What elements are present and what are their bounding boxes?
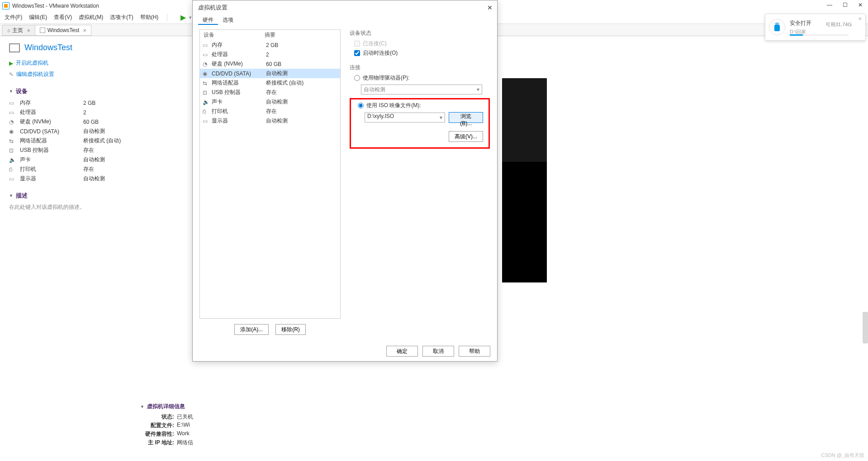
hw-icon: ⊡	[203, 89, 210, 96]
iso-path-input[interactable]: D:\xyly.ISO	[365, 113, 445, 122]
device-row[interactable]: ◔硬盘 (NVMe)60 GB	[9, 118, 131, 126]
hw-name: 内存	[212, 41, 266, 49]
maximize-button[interactable]: ☐	[842, 2, 848, 8]
vm-title: WindowsTest	[9, 43, 131, 52]
usb-free-space: 可用31.74G	[825, 21, 852, 28]
power-on-icon[interactable]: ▶	[180, 13, 186, 22]
tab-home[interactable]: ⌂ 主页 ✕	[2, 25, 35, 36]
hw-summary: 存在	[266, 89, 277, 96]
hw-summary: 60 GB	[266, 61, 281, 67]
menu-vm[interactable]: 虚拟机(M)	[79, 14, 103, 21]
hw-icon: 🔈	[203, 99, 210, 105]
device-value: 自动检测	[83, 127, 105, 135]
connect-at-poweron-checkbox[interactable]: 启动时连接(O)	[354, 49, 490, 57]
dropdown-icon[interactable]: ▼	[188, 15, 192, 20]
col-summary: 摘要	[265, 31, 275, 39]
tab-options[interactable]: 选项	[218, 15, 238, 25]
device-label: 硬盘 (NVMe)	[20, 118, 83, 126]
svg-rect-1	[774, 25, 780, 31]
minimize-button[interactable]: —	[826, 2, 833, 8]
dialog-close-button[interactable]: ✕	[487, 4, 493, 11]
hardware-row[interactable]: ▭内存2 GB	[200, 40, 340, 50]
menu-file[interactable]: 文件(F)	[5, 14, 22, 21]
edit-settings-link[interactable]: ✎ 编辑虚拟机设置	[9, 71, 131, 78]
hardware-row[interactable]: ▭显示器自动检测	[200, 116, 340, 126]
menu-help[interactable]: 帮助(H)	[140, 14, 159, 21]
menu-edit[interactable]: 编辑(E)	[29, 14, 47, 21]
play-icon: ▶	[9, 60, 13, 66]
browse-button[interactable]: 浏览(B)...	[449, 112, 483, 123]
device-config-panel: 设备状态 已连接(C) 启动时连接(O) 连接 使用物理驱动器(P): 自动检测	[350, 29, 490, 335]
advanced-button[interactable]: 高级(V)...	[449, 131, 483, 142]
device-row[interactable]: 🔈声卡自动检测	[9, 156, 131, 164]
hw-icon: ▭	[203, 118, 210, 124]
edit-settings-label: 编辑虚拟机设置	[16, 71, 54, 78]
device-label: 处理器	[20, 108, 83, 116]
vm-tab-icon	[40, 28, 45, 33]
use-physical-radio[interactable]: 使用物理驱动器(P):	[354, 74, 490, 82]
hw-name: CD/DVD (SATA)	[212, 71, 266, 77]
tab-hardware[interactable]: 硬件	[198, 15, 218, 25]
device-row[interactable]: ◉CD/DVD (SATA)自动检测	[9, 127, 131, 135]
hardware-row[interactable]: 🔈声卡自动检测	[200, 97, 340, 107]
wrench-icon: ✎	[9, 71, 14, 78]
app-icon	[2, 2, 9, 9]
device-row[interactable]: ▭内存2 GB	[9, 99, 131, 107]
vm-preview	[502, 78, 547, 282]
usb-close-button[interactable]: ✕	[858, 16, 862, 21]
device-label: CD/DVD (SATA)	[20, 128, 83, 135]
detail-row: 状态:已关机	[140, 413, 193, 421]
hardware-row[interactable]: ◔硬盘 (NVMe)60 GB	[200, 59, 340, 69]
device-label: 打印机	[20, 165, 83, 173]
device-row[interactable]: ⇆网络适配器桥接模式 (自动)	[9, 137, 131, 145]
power-on-link[interactable]: ▶ 开启此虚拟机	[9, 59, 131, 67]
devices-header[interactable]: 设备	[9, 87, 131, 95]
device-icon: ⊡	[9, 147, 17, 154]
details-header[interactable]: 虚拟机详细信息	[140, 403, 193, 410]
sidebar: WindowsTest ▶ 开启此虚拟机 ✎ 编辑虚拟机设置 设备 ▭内存2 G…	[0, 36, 140, 461]
hw-icon: ⎙	[203, 108, 210, 115]
description-header[interactable]: 描述	[9, 192, 131, 200]
use-iso-radio[interactable]: 使用 ISO 映像文件(M):	[358, 102, 483, 109]
tab-current-label: WindowsTest	[47, 27, 80, 33]
settings-dialog: 虚拟机设置 ✕ 硬件 选项 设备 摘要 ▭内存2 GB▭处理器2◔硬盘 (NVM…	[192, 0, 498, 362]
add-button[interactable]: 添加(A)...	[234, 324, 269, 335]
hardware-row[interactable]: ⊡USB 控制器存在	[200, 88, 340, 97]
device-icon: 🔈	[9, 157, 17, 163]
device-row[interactable]: ▭处理器2	[9, 108, 131, 116]
device-row[interactable]: ⎙打印机存在	[9, 165, 131, 173]
remove-button[interactable]: 移除(R)	[275, 324, 306, 335]
tab-windowstest[interactable]: WindowsTest ✕	[35, 25, 92, 36]
device-row[interactable]: ▭显示器自动检测	[9, 175, 131, 183]
hardware-row[interactable]: ⎙打印机存在	[200, 107, 340, 116]
help-button[interactable]: 帮助	[459, 346, 490, 357]
hardware-row[interactable]: ▭处理器2	[200, 50, 340, 59]
scrollbar[interactable]	[863, 312, 868, 343]
menu-tabs[interactable]: 选项卡(T)	[110, 14, 133, 21]
svg-rect-0	[775, 23, 779, 25]
watermark: CSDN @_自有天惊	[821, 452, 864, 459]
hardware-row[interactable]: ⇆网络适配器桥接模式 (自动)	[200, 78, 340, 88]
usb-drive-icon	[769, 19, 785, 35]
hw-summary: 桥接模式 (自动)	[266, 79, 304, 87]
cancel-button[interactable]: 取消	[422, 346, 454, 357]
device-label: 显示器	[20, 175, 83, 183]
hw-icon: ◉	[203, 71, 210, 77]
hw-icon: ▭	[203, 52, 210, 58]
device-label: USB 控制器	[20, 146, 83, 154]
close-icon[interactable]: ✕	[27, 28, 30, 33]
menu-view[interactable]: 查看(V)	[54, 14, 72, 21]
hw-summary: 存在	[266, 108, 277, 115]
ok-button[interactable]: 确定	[386, 346, 418, 357]
device-icon: ⇆	[9, 138, 17, 144]
usb-title: 安全打开	[790, 19, 811, 27]
hw-summary: 2 GB	[266, 42, 278, 48]
close-button[interactable]: ✕	[857, 2, 863, 8]
device-value: 存在	[83, 165, 94, 173]
description-placeholder[interactable]: 在此处键入对该虚拟机的描述。	[9, 203, 131, 211]
hardware-row[interactable]: ◉CD/DVD (SATA)自动检测	[200, 69, 340, 78]
device-row[interactable]: ⊡USB 控制器存在	[9, 146, 131, 154]
close-icon[interactable]: ✕	[83, 28, 86, 33]
hw-icon: ◔	[203, 61, 210, 67]
device-label: 内存	[20, 99, 83, 107]
